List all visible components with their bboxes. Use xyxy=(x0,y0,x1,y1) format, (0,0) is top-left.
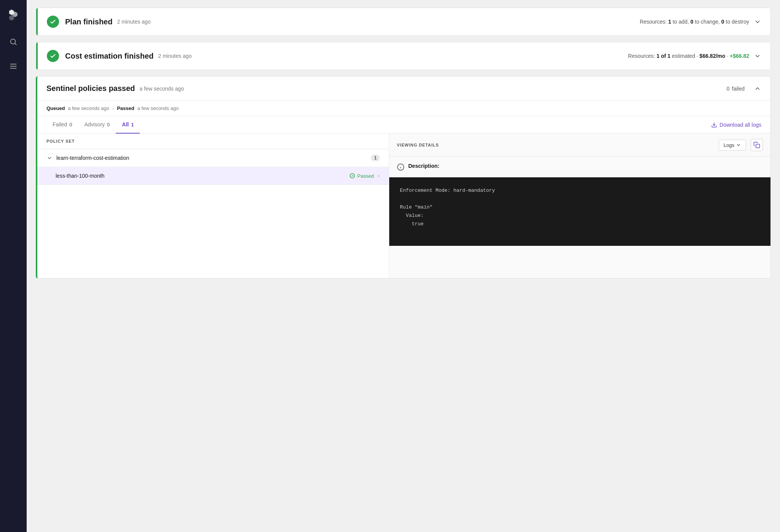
policy-chevron-left-icon: ‹ xyxy=(378,172,380,179)
policy-group-count: 1 xyxy=(371,155,380,161)
policy-passed-label: Passed xyxy=(357,173,374,179)
cost-time: 2 minutes ago xyxy=(158,53,192,59)
plan-card-header[interactable]: Plan finished 2 minutes ago Resources: 1… xyxy=(36,8,770,35)
tab-all-label: All xyxy=(122,121,129,127)
sentinel-chevron-icon xyxy=(754,85,761,92)
policy-set-header: POLICY SET xyxy=(37,134,389,149)
viewing-header: VIEWING DETAILS Logs xyxy=(389,134,770,157)
plan-chevron-icon xyxy=(754,18,761,25)
cost-resources-detail: Resources: 1 of 1 estimated · $66.82/mo … xyxy=(628,53,749,59)
timeline-row: Queued a few seconds ago › Passed a few … xyxy=(37,101,770,116)
copy-icon-button[interactable] xyxy=(751,139,763,151)
sentinel-header[interactable]: Sentinel policies passed a few seconds a… xyxy=(37,76,770,101)
viewing-title: VIEWING DETAILS xyxy=(397,143,714,147)
policy-passed-badge: Passed xyxy=(349,173,374,179)
policy-left-panel: POLICY SET learn-terraform-cost-estimati… xyxy=(37,134,389,278)
timeline-passed-time: a few seconds ago xyxy=(137,105,179,111)
plan-title: Plan finished xyxy=(65,18,112,26)
policy-group-row[interactable]: learn-terraform-cost-estimation 1 xyxy=(37,149,389,167)
policy-right-panel: VIEWING DETAILS Logs xyxy=(389,134,770,278)
failed-label: failed xyxy=(732,86,745,92)
logs-dropdown[interactable]: Logs xyxy=(719,140,746,151)
plan-card: Plan finished 2 minutes ago Resources: 1… xyxy=(36,8,771,36)
search-icon[interactable] xyxy=(6,35,20,49)
cost-amount: $66.82/mo xyxy=(700,53,726,59)
svg-rect-6 xyxy=(756,144,760,148)
cost-title-area: Cost estimation finished 2 minutes ago xyxy=(65,52,628,61)
sentinel-time: a few seconds ago xyxy=(139,86,184,92)
description-section: Description: xyxy=(389,157,770,177)
menu-icon[interactable] xyxy=(6,59,20,73)
tab-all[interactable]: All 1 xyxy=(116,116,140,134)
plan-resources: Resources: 1 to add, 0 to change, 0 to d… xyxy=(640,18,761,25)
plan-title-area: Plan finished 2 minutes ago xyxy=(65,18,640,26)
tabs-row: Failed 0 Advisory 0 All 1 Download all l… xyxy=(37,116,770,134)
cost-card: Cost estimation finished 2 minutes ago R… xyxy=(36,42,771,70)
cost-title: Cost estimation finished xyxy=(65,52,153,61)
tab-advisory-label: Advisory xyxy=(84,121,105,127)
policy-group-name: learn-terraform-cost-estimation xyxy=(56,155,367,161)
plan-time: 2 minutes ago xyxy=(117,19,150,25)
info-icon xyxy=(397,163,404,171)
policy-group: learn-terraform-cost-estimation 1 less-t… xyxy=(37,149,389,185)
policy-item-name: less-than-100-month xyxy=(56,173,345,179)
failed-badge: 0 failed xyxy=(727,86,745,92)
sentinel-title-area: Sentinel policies passed a few seconds a… xyxy=(46,84,727,93)
code-block: Enforcement Mode: hard-mandatory Rule "m… xyxy=(389,177,770,246)
app-logo[interactable] xyxy=(6,6,21,21)
tab-all-count: 1 xyxy=(131,122,134,127)
cost-delta: +$66.82 xyxy=(730,53,749,59)
tab-advisory-count: 0 xyxy=(107,122,110,127)
timeline-passed-label: Passed xyxy=(117,105,134,111)
logs-chevron-icon xyxy=(736,142,741,148)
group-chevron-icon xyxy=(46,155,53,161)
sentinel-title: Sentinel policies passed xyxy=(46,84,135,93)
main-content: Plan finished 2 minutes ago Resources: 1… xyxy=(27,0,780,532)
logs-dropdown-label: Logs xyxy=(724,142,734,148)
tab-failed-label: Failed xyxy=(53,121,67,127)
download-all-logs-button[interactable]: Download all logs xyxy=(711,119,761,131)
cost-chevron-icon xyxy=(754,52,761,60)
tab-advisory[interactable]: Advisory 0 xyxy=(78,116,116,134)
failed-count: 0 xyxy=(727,86,730,92)
queued-strong: Queued xyxy=(46,105,65,111)
tab-failed[interactable]: Failed 0 xyxy=(46,116,78,134)
policy-passed-icon xyxy=(349,173,355,179)
cost-card-header[interactable]: Cost estimation finished 2 minutes ago R… xyxy=(36,42,770,70)
tab-failed-count: 0 xyxy=(69,122,72,127)
timeline-arrow: › xyxy=(112,105,114,111)
cost-resources: Resources: 1 of 1 estimated · $66.82/mo … xyxy=(628,52,761,60)
download-label: Download all logs xyxy=(719,122,761,128)
copy-icon xyxy=(753,142,760,148)
plan-success-icon xyxy=(47,16,59,28)
download-icon xyxy=(711,122,717,128)
plan-change-count: 0 xyxy=(690,19,694,25)
sidebar xyxy=(0,0,27,532)
plan-resources-label: Resources: 1 to add, 0 to change, 0 to d… xyxy=(640,19,749,25)
timeline-queued-time: a few seconds ago xyxy=(68,105,109,111)
sentinel-card: Sentinel policies passed a few seconds a… xyxy=(36,76,771,279)
policy-item-row[interactable]: less-than-100-month Passed ‹ xyxy=(37,167,389,185)
policy-body: POLICY SET learn-terraform-cost-estimati… xyxy=(37,134,770,278)
passed-strong: Passed xyxy=(117,105,134,111)
svg-point-0 xyxy=(11,39,16,44)
cost-success-icon xyxy=(47,50,59,62)
plan-add-count: 1 xyxy=(668,19,671,25)
sentinel-right: 0 failed xyxy=(727,85,761,92)
plan-destroy-count: 0 xyxy=(721,19,724,25)
description-label: Description: xyxy=(408,163,440,169)
timeline-queued-label: Queued xyxy=(46,105,65,111)
